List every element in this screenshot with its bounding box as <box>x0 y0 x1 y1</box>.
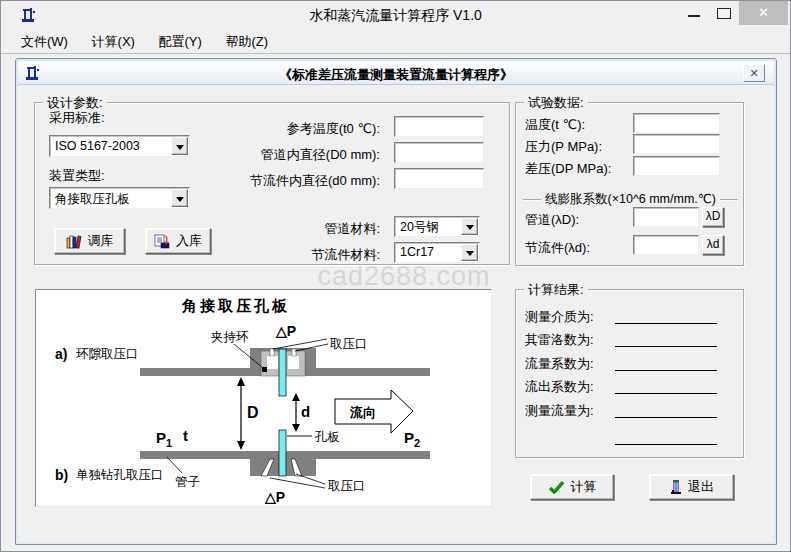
close-button[interactable]: ✕ <box>739 1 788 25</box>
result-flowcoef-label: 流量系数为: <box>525 355 594 373</box>
minimize-button[interactable] <box>679 1 709 25</box>
device-type-combobox[interactable]: 角接取压孔板 <box>49 187 190 209</box>
menubar: 文件(W) 计算(X) 配置(Y) 帮助(Z) <box>1 28 790 54</box>
group-design-params: 设计参数: 采用标准: ISO 5167-2003 装置类型: 角接取压孔板 <box>34 102 510 265</box>
orifice-plate-lower <box>279 430 286 476</box>
pressure-label: 压力(P MPa): <box>525 138 602 156</box>
pipe-leader-line <box>167 457 182 473</box>
expansion-separator: 线膨胀系数(×10^6 mm/mm.℃) <box>523 191 738 208</box>
exit-door-icon <box>669 479 683 495</box>
result-reynolds-label: 其雷洛数为: <box>525 331 594 349</box>
save-to-library-icon <box>154 234 171 249</box>
titlebar: 水和蒸汽流量计算程序 V1.0 ✕ <box>1 1 790 27</box>
temperature-input[interactable] <box>633 113 720 133</box>
pipe-diameter-label: 管道内直径(D0 mm): <box>195 146 380 164</box>
chevron-down-icon <box>466 251 474 256</box>
menu-config[interactable]: 配置(Y) <box>149 28 212 55</box>
standard-value: ISO 5167-2003 <box>55 139 140 153</box>
tap-top-leader-1 <box>273 339 327 349</box>
t-label: t <box>183 427 188 444</box>
menu-calc[interactable]: 计算(X) <box>82 28 145 55</box>
tap-bottom-leader-1 <box>270 478 325 488</box>
throttle-diameter-label: 节流件内直径(d0 mm): <box>195 172 380 190</box>
group-test-data: 试验数据: 温度(t ℃): 压力(P MPa): 差压(DP MPa): 线膨… <box>515 102 744 266</box>
throttle-material-value: 1Cr17 <box>400 245 434 259</box>
result-medium-value-line <box>615 323 717 324</box>
menu-help[interactable]: 帮助(Z) <box>216 28 279 55</box>
maximize-button[interactable] <box>709 1 739 25</box>
throttle-expansion-button[interactable]: λd <box>702 235 724 255</box>
throttle-expansion-label: 节流件(λd): <box>525 239 590 257</box>
variant-a-prefix: a) <box>55 346 67 362</box>
pipe-diameter-input[interactable] <box>394 142 484 163</box>
dialog-close-button[interactable]: ✕ <box>743 64 765 82</box>
p1-label: P1 <box>156 429 172 449</box>
load-library-label: 调库 <box>88 232 114 250</box>
calculate-button[interactable]: 计算 <box>530 474 614 500</box>
standard-dropdown-button[interactable] <box>171 137 188 155</box>
books-icon <box>66 234 83 249</box>
group-results-label: 计算结果: <box>524 281 588 299</box>
flow-label: 流向 <box>349 405 376 420</box>
dim-D-arrowhead-top <box>237 377 245 386</box>
calculate-label: 计算 <box>571 478 597 496</box>
variant-a-label: 环隙取压口 <box>75 347 139 361</box>
tap-top-label: 取压口 <box>330 337 368 351</box>
device-type-value: 角接取压孔板 <box>55 191 130 208</box>
exit-button[interactable]: 退出 <box>649 474 734 500</box>
dialog-title: 《标准差压流量测量装置流量计算程序》 <box>18 66 774 84</box>
pipe-material-label: 管道材料: <box>235 220 380 238</box>
minimize-icon <box>688 15 700 17</box>
diff-pressure-input[interactable] <box>633 156 720 176</box>
throttle-diameter-input[interactable] <box>394 168 484 189</box>
orifice-plate-label: 孔板 <box>314 430 340 444</box>
dialog-window: 《标准差压流量测量装置流量计算程序》 ✕ cad2688.com 设计参数: 采… <box>15 58 777 545</box>
diff-pressure-label: 差压(DP MPa): <box>525 160 611 178</box>
clamp-ring-label: 夹持环 <box>211 330 249 344</box>
variant-b-prefix: b) <box>55 467 68 483</box>
temperature-label: 温度(t ℃): <box>525 116 585 134</box>
throttle-material-combobox[interactable]: 1Cr17 <box>394 242 480 263</box>
throttle-material-dropdown-button[interactable] <box>461 244 478 261</box>
result-discharge-value-line <box>615 393 717 394</box>
pipe-material-value: 20号钢 <box>400 219 439 236</box>
result-medium-label: 测量介质为: <box>525 308 594 326</box>
result-extra-value-line <box>615 444 717 445</box>
tap-slit-left <box>270 349 274 356</box>
orifice-diagram: 角接取压孔板 <box>36 290 491 506</box>
device-type-dropdown-button[interactable] <box>171 189 188 207</box>
dim-d-label: d <box>301 403 310 420</box>
tap-bottom-label: 取压口 <box>328 479 366 493</box>
annular-slot-left <box>267 356 278 369</box>
check-icon <box>548 480 566 495</box>
group-results: 计算结果: 测量介质为: 其雷洛数为: 流量系数为: 流出系数为: 测量流量为: <box>515 289 744 458</box>
menu-file[interactable]: 文件(W) <box>11 28 78 55</box>
diagram-panel: 角接取压孔板 <box>35 289 492 507</box>
pipe-expansion-button[interactable]: λD <box>702 207 724 227</box>
throttle-expansion-input[interactable] <box>633 235 699 255</box>
pipe-expansion-input[interactable] <box>633 207 699 227</box>
ref-temp-label: 参考温度(t0 ℃): <box>195 120 380 138</box>
throttle-material-label: 节流件材料: <box>235 246 380 264</box>
window-title: 水和蒸汽流量计算程序 V1.0 <box>1 7 790 25</box>
dim-D-arrowhead-bottom <box>237 441 245 450</box>
dp-bottom-label: △P <box>264 489 285 505</box>
pipe-material-combobox[interactable]: 20号钢 <box>394 216 480 237</box>
load-library-button[interactable]: 调库 <box>54 228 125 254</box>
standard-label: 采用标准: <box>49 109 105 127</box>
result-flowrate-value-line <box>615 417 717 418</box>
watermark: cad2688.com <box>314 261 494 292</box>
group-test-data-label: 试验数据: <box>524 94 588 112</box>
dialog-titlebar: 《标准差压流量测量装置流量计算程序》 ✕ <box>18 61 774 85</box>
standard-combobox[interactable]: ISO 5167-2003 <box>49 135 190 157</box>
ref-temp-input[interactable] <box>394 116 484 137</box>
dialog-client: cad2688.com 设计参数: 采用标准: ISO 5167-2003 装置… <box>17 86 777 545</box>
diagram-title: 角接取压孔板 <box>181 297 290 314</box>
store-library-button[interactable]: 入库 <box>145 228 211 254</box>
tap-slit-right <box>292 349 296 356</box>
pressure-input[interactable] <box>633 134 720 154</box>
app-window: 水和蒸汽流量计算程序 V1.0 ✕ 文件(W) 计算(X) 配置(Y) 帮助(Z… <box>0 0 791 552</box>
pipe-material-dropdown-button[interactable] <box>461 218 478 235</box>
chevron-down-icon <box>176 145 184 150</box>
maximize-icon <box>717 8 731 19</box>
